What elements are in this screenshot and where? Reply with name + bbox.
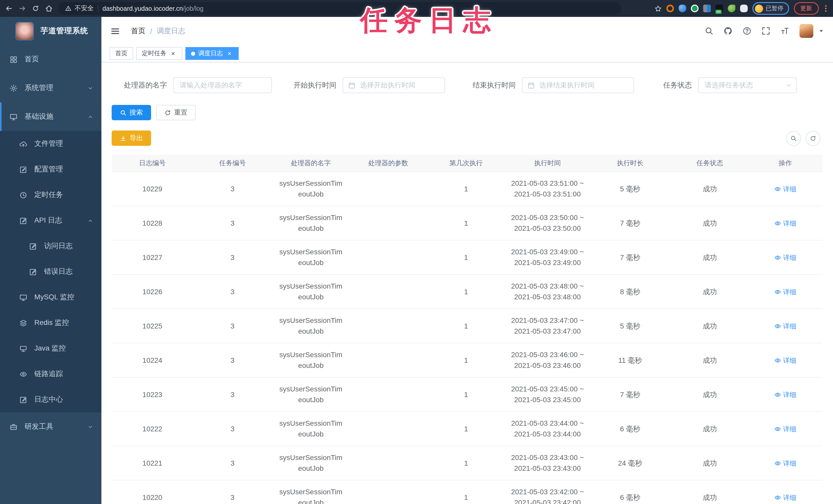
detail-label: 详细 [783,286,796,297]
input-field[interactable] [342,77,445,93]
sidebar-item-dev-tools[interactable]: 研发工具 [0,412,101,441]
select-input[interactable] [698,81,796,89]
sidebar-item-label: 日志中心 [34,395,63,404]
close-icon[interactable]: × [226,50,233,57]
detail-link[interactable]: 详细 [775,458,796,469]
table-row: 102233sysUserSessionTimeoutJob12021-05-0… [112,378,822,412]
extension-icon[interactable] [703,5,711,12]
extension-icon[interactable] [691,5,698,12]
caret-down-icon[interactable] [818,28,824,34]
table-cell: 成功 [671,412,749,446]
close-icon[interactable]: × [169,50,177,57]
search-button[interactable]: 搜索 [112,105,151,120]
bookmark-star-icon[interactable] [654,5,662,12]
eye-detail-icon [775,357,781,363]
fullscreen-icon[interactable] [761,27,770,35]
paused-extension-badge[interactable]: 已暂停 [752,2,789,15]
sidebar-item-infrastructure[interactable]: 基础设施 [0,102,101,131]
detail-link[interactable]: 详细 [775,355,796,366]
browser-update-button[interactable]: 更新 [793,2,819,15]
table-row: 102223sysUserSessionTimeoutJob12021-05-0… [112,412,822,446]
tab-label: 首页 [115,49,127,58]
detail-link[interactable]: 详细 [775,218,796,228]
help-icon[interactable] [742,27,751,35]
table-cell [350,275,427,308]
tabs-bar: 首页定时任务×调度日志× [101,45,833,62]
extension-icon[interactable] [679,5,686,12]
filter-label: 处理器的名字 [112,81,173,90]
table-cell: 成功 [671,309,749,343]
table-cell: 3 [193,343,272,377]
sidebar-item-redis-monitor[interactable]: Redis 监控 [0,310,101,336]
detail-link[interactable]: 详细 [775,423,796,434]
table-cell: 2021-05-03 23:45:00 ~2021-05-03 23:45:00 [505,378,590,411]
tab-label: 调度日志 [198,49,223,58]
sidebar-item-label: 系统管理 [25,83,53,93]
table-row: 102263sysUserSessionTimeoutJob12021-05-0… [112,275,822,309]
forward-icon[interactable] [19,5,26,12]
table-cell: 10225 [112,309,193,343]
text-input[interactable] [522,81,634,89]
sidebar-item-mysql-monitor[interactable]: MySQL 监控 [0,284,101,310]
detail-link[interactable]: 详细 [775,286,796,297]
table-cell: 10228 [112,206,193,240]
text-input[interactable] [343,81,445,89]
table-row: 102213sysUserSessionTimeoutJob12021-05-0… [112,446,822,480]
input-field[interactable] [173,77,272,93]
detail-label: 详细 [783,252,796,263]
breadcrumb-home[interactable]: 首页 [131,26,145,35]
sidebar-item-error-logs[interactable]: 错误日志 [0,259,101,284]
table-cell [350,480,427,504]
sidebar-item-log-center[interactable]: 日志中心 [0,387,101,412]
sidebar-item-java-monitor[interactable]: Java 监控 [0,336,101,361]
sidebar-item-scheduled-tasks[interactable]: 定时任务 [0,182,101,208]
text-input[interactable] [174,81,271,89]
hamburger-icon[interactable] [111,26,120,35]
detail-link[interactable]: 详细 [775,183,796,194]
sidebar-item-config-management[interactable]: 配置管理 [0,157,101,182]
tab-0[interactable]: 首页 [110,47,133,60]
sidebar-item-file-management[interactable]: 文件管理 [0,131,101,157]
extensions-puzzle-icon[interactable] [740,5,748,12]
browser-menu-icon[interactable] [823,5,828,12]
refresh-table-button[interactable] [805,131,820,146]
detail-link[interactable]: 详细 [775,492,796,503]
sidebar-item-api-logs[interactable]: API 日志 [0,208,101,233]
reload-icon[interactable] [32,5,40,12]
table-row: 102203sysUserSessionTimeoutJob12021-05-0… [112,480,822,504]
github-icon[interactable] [723,27,732,35]
sidebar-item-system-management[interactable]: 系统管理 [0,74,101,102]
annotation-title: 任务日志 [360,2,497,40]
user-avatar[interactable] [799,24,813,38]
back-icon[interactable] [5,5,13,12]
extension-icon[interactable] [666,5,674,12]
table-row: 102243sysUserSessionTimeoutJob12021-05-0… [112,343,822,378]
extension-icon[interactable] [715,5,723,12]
extension-icon[interactable] [728,5,735,12]
toggle-search-button[interactable] [786,131,801,146]
detail-link[interactable]: 详细 [775,252,796,263]
eye-detail-icon [775,185,781,192]
sidebar-item-trace[interactable]: 链路追踪 [0,361,101,387]
font-size-icon[interactable] [780,27,789,35]
search-icon[interactable] [705,27,713,35]
reset-button[interactable]: 重置 [156,105,196,120]
tab-1[interactable]: 定时任务× [136,47,182,60]
chevron-up-icon [88,114,93,120]
chevron-down-icon [88,85,93,91]
security-indicator[interactable]: 不安全 [65,4,94,13]
job-log-table: 日志编号任务编号处理器的名字处理器的参数第几次执行执行时间执行时长任务状态操作 … [112,154,822,504]
address-bar[interactable]: 不安全 dashboard.yudao.iocoder.cn/job/log [58,2,621,15]
tab-2[interactable]: 调度日志× [185,47,239,60]
detail-label: 详细 [783,321,796,331]
sidebar-item-access-logs[interactable]: 访问日志 [0,233,101,259]
export-button[interactable]: 导出 [112,130,151,146]
detail-link[interactable]: 详细 [775,389,796,400]
select-field[interactable] [698,77,797,93]
table-cell: 6 毫秒 [590,480,671,504]
input-field[interactable] [522,77,634,93]
detail-link[interactable]: 详细 [775,321,796,331]
sidebar-item-home[interactable]: 首页 [0,45,101,74]
table-cell: 成功 [671,172,749,206]
home-icon[interactable] [45,5,53,12]
